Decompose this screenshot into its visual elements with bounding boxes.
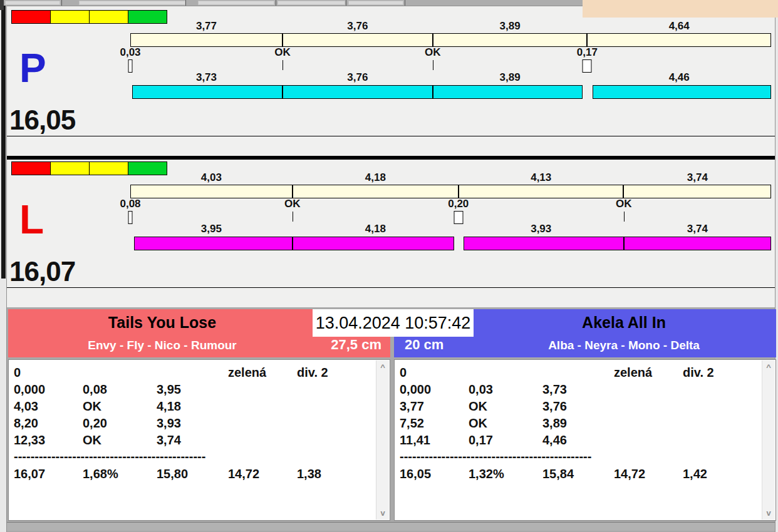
scroll-down-icon[interactable]: v (376, 508, 389, 518)
toolbar-edge (0, 0, 584, 6)
time-bar-segment (624, 237, 771, 250)
jump-height-label: 27,5 cm (331, 337, 381, 353)
table-cell: 1,38 (297, 466, 380, 483)
team-name: Tails You Lose (108, 314, 216, 332)
time-bar-segment (132, 85, 283, 99)
table-cell: 3,74 (157, 432, 228, 449)
split-time-bottom-label: 3,95 (201, 223, 222, 235)
table-cell: 3,76 (542, 398, 614, 415)
table-cell: zelená (228, 364, 297, 381)
split-time-top-label: 3,77 (196, 20, 217, 33)
table-cell: OK (469, 415, 542, 432)
table-cell: OK (83, 432, 157, 449)
bottom-split-labels: 3,733,763,894,46 (130, 71, 771, 83)
team-name: Akela All In (582, 314, 666, 332)
fault-time-label: OK (616, 198, 632, 210)
status-color-segment (89, 10, 128, 24)
scroll-up-icon[interactable]: ^ (376, 362, 389, 372)
lane-letter: P (19, 48, 46, 88)
timing-window: P 16,05 3,773,763,894,64 0,03OKOK0,17 3,… (6, 6, 775, 532)
table-row: 0,0000,083,95 (9, 381, 376, 398)
scroll-down-icon[interactable]: v (762, 508, 775, 518)
status-color-segment (50, 161, 90, 175)
screen: P 16,05 3,773,763,894,64 0,03OKOK0,17 3,… (0, 0, 778, 532)
table-cell: 0,17 (469, 432, 542, 449)
split-time-bottom-label: 3,93 (531, 223, 551, 235)
fault-time-label: 0,03 (120, 46, 140, 59)
table-cell: 14,72 (614, 466, 683, 483)
time-bar-segment (593, 85, 771, 99)
table-cell: 3,95 (157, 381, 228, 398)
table-separator: ----------------------------------------… (395, 449, 606, 466)
team-panel-left: Tails You Lose Envy - Fly - Nico - Rumou… (8, 309, 390, 519)
split-time-top-label: 4,13 (531, 171, 551, 184)
split-time-top-label: 3,89 (500, 20, 521, 33)
fault-time-label: 0,20 (448, 198, 469, 210)
table-cell: OK (83, 398, 157, 415)
jump-height-label: 20 cm (405, 337, 443, 353)
window-edge-strip (1, 5, 6, 279)
table-row: 0zelenádiv. 2 (395, 364, 762, 381)
table-cell: 0,000 (14, 381, 83, 398)
table-cell: 0,03 (469, 381, 542, 398)
scrollbar[interactable]: ^ v (762, 361, 775, 519)
table-row: 11,410,174,46 (395, 432, 762, 449)
table-row: 0,0000,033,73 (395, 381, 762, 398)
table-cell: 11,41 (400, 432, 469, 449)
team-members: Alba - Neyra - Mono - Delta (548, 339, 700, 352)
table-row: 0zelenádiv. 2 (9, 364, 376, 381)
table-cell: 4,03 (14, 398, 83, 415)
results-table-body: 0zelenádiv. 20,0000,083,954,03OK4,188,20… (9, 364, 376, 483)
table-row: 3,77OK3,76 (395, 398, 762, 415)
table-cell: 3,73 (542, 381, 614, 398)
table-row: 7,52OK3,89 (395, 415, 762, 432)
split-time-top-label: 4,03 (201, 171, 222, 184)
time-bar-segment (293, 237, 454, 250)
fault-time-label: OK (425, 46, 441, 59)
scrollbar[interactable]: ^ v (376, 361, 389, 519)
team-panel-right: Akela All In Alba - Neyra - Mono - Delta… (394, 309, 776, 519)
fault-time-label: 0,08 (120, 198, 140, 210)
table-cell: 1,32% (469, 466, 542, 483)
table-cell: 0,08 (83, 381, 157, 398)
table-cell: 0,000 (400, 381, 469, 398)
top-split-labels: 3,773,763,894,64 (130, 20, 771, 31)
table-cell: 8,20 (14, 415, 83, 432)
table-row: 4,03OK4,18 (9, 398, 376, 415)
segment-divider (623, 185, 624, 198)
split-time-bottom-label: 3,74 (687, 223, 708, 235)
ok-tick-line (283, 60, 283, 70)
table-cell: 15,84 (542, 466, 614, 483)
segment-divider (282, 34, 283, 46)
ok-tick-line (433, 60, 433, 70)
table-cell: 16,07 (14, 466, 83, 483)
fault-marker-box (128, 59, 133, 73)
total-time: 16,05 (9, 105, 75, 136)
table-cell: 14,72 (228, 466, 297, 483)
time-bar-segment (433, 85, 583, 99)
table-cell: 0 (14, 364, 83, 381)
ok-tick-line (293, 212, 293, 222)
scroll-up-icon[interactable]: ^ (762, 362, 775, 372)
panel-underline (7, 287, 775, 288)
summary-row: 16,051,32%15,8414,721,42 (395, 466, 762, 483)
bottom-time-bar (130, 237, 771, 250)
results-table-body: 0zelenádiv. 20,0000,033,733,77OK3,767,52… (395, 364, 762, 483)
fault-time-label: OK (274, 46, 291, 59)
table-cell: zelená (614, 364, 683, 381)
table-cell: 1,68% (83, 466, 157, 483)
status-color-segment (11, 161, 51, 175)
table-cell: 7,52 (400, 415, 469, 432)
fault-markers (130, 211, 771, 223)
segment-divider (432, 34, 433, 46)
time-bar-segment (464, 237, 623, 250)
split-time-bottom-label: 3,76 (347, 71, 368, 84)
split-time-bottom-label: 4,46 (669, 71, 690, 84)
bar-region: 3,773,763,894,64 0,03OKOK0,17 3,733,763,… (130, 8, 771, 102)
table-cell: 1,42 (683, 466, 765, 483)
split-time-bottom-label: 4,18 (365, 223, 386, 235)
table-cell: 16,05 (400, 466, 469, 483)
split-time-top-label: 3,74 (687, 171, 708, 184)
table-cell: 4,46 (542, 432, 614, 449)
split-time-bottom-label: 3,73 (196, 71, 217, 84)
